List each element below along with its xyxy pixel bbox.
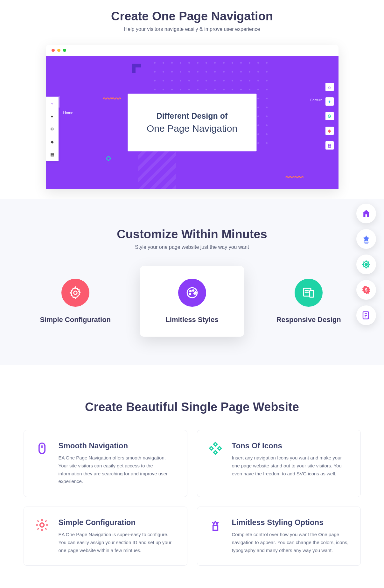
card-title: Responsive Design [263,316,354,324]
card-title: Limitless Styles [146,316,238,324]
feature-desc: EA One Page Navigation is super-easy to … [59,531,176,554]
left-nav-doc-icon[interactable]: ▦ [46,148,59,161]
feature-tons-of-icons: Tons Of Icons Insert any navigation Icon… [197,430,361,497]
right-nav-home-icon[interactable]: ⌂ [325,83,334,91]
window-minimize-icon [57,49,60,52]
left-nav-tag-icon[interactable]: ◆ [46,135,59,148]
svg-point-3 [190,290,191,292]
svg-point-0 [74,291,77,295]
zigzag-decoration: 〰〰 [286,172,304,183]
svg-text:$: $ [365,288,367,292]
card-title: Simple Configuration [30,316,121,324]
fixed-page-nav: $ [356,204,376,325]
nav-docs-button[interactable] [356,305,376,325]
card-simple-config[interactable]: Simple Configuration [24,266,128,337]
feature-desc: EA One Page Navigation offers smooth nav… [59,454,176,486]
right-nav-tooltip: Feature [311,98,323,102]
circle-decoration [106,156,111,161]
hero-text-2: One Page Navigation [147,123,237,134]
browser-body: 〰〰 〰〰 Different Design of One Page Navig… [46,56,339,189]
feature-smooth-navigation: Smooth Navigation EA One Page Navigation… [24,430,187,497]
left-nav-tooltip: Home [63,111,73,115]
section3-title: Create Beautiful Single Page Website [24,400,361,414]
right-side-nav: ⌂ ♦ ⚙ ◆ ▦ [325,83,334,150]
svg-point-15 [365,263,367,266]
nav-pricing-button[interactable]: $ [356,280,376,300]
feature-title: Limitless Styling Options [232,518,349,527]
card-limitless-styles[interactable]: Limitless Styles [140,266,244,337]
corner-decoration [132,64,141,73]
right-nav-gear-icon[interactable]: ⚙ [325,112,334,120]
feature-title: Simple Configuration [59,518,176,527]
card-responsive-design[interactable]: Responsive Design [257,266,361,337]
right-nav-doc-icon[interactable]: ▦ [325,141,334,150]
feature-title: Tons Of Icons [232,441,349,450]
feature-simple-configuration: Simple Configuration EA One Page Navigat… [24,507,187,566]
browser-mockup: 〰〰 〰〰 Different Design of One Page Navig… [46,45,339,189]
right-nav-bulb-icon[interactable]: ♦ [325,97,334,106]
gear-icon [35,518,49,532]
customize-cards: Simple Configuration Limitless Styles Re… [24,266,361,356]
mouse-icon [35,441,49,455]
gear-icon [61,279,89,307]
svg-rect-9 [39,443,45,454]
left-nav-bulb-icon[interactable]: ● [46,110,59,122]
left-side-nav: ⌂ ● ⚙ ◆ ▦ [46,97,59,161]
left-nav-gear-icon[interactable]: ⚙ [46,122,59,135]
svg-rect-13 [365,243,368,244]
hero-text-1: Different Design of [147,111,237,121]
svg-point-11 [40,523,44,527]
svg-rect-12 [364,242,369,243]
section2-title: Customize Within Minutes [24,228,361,241]
section1-subtitle: Help your visitors navigate easily & imp… [24,26,361,32]
nav-features-button[interactable] [356,229,376,249]
nav-home-button[interactable] [356,204,376,223]
feature-desc: Complete control over how you want the O… [232,531,349,554]
feature-desc: Insert any navigation Icons you want and… [232,454,349,478]
feature-limitless-styling: Limitless Styling Options Complete contr… [197,507,361,566]
hero-card: Different Design of One Page Navigation [128,94,256,151]
left-nav-home-icon[interactable]: ⌂ [46,97,59,110]
zigzag-decoration: 〰〰 [103,94,121,104]
diamonds-icon [208,441,222,455]
window-close-icon [52,49,55,52]
browser-titlebar [46,45,339,56]
right-nav-tag-icon[interactable]: ◆ [325,127,334,135]
devices-icon [295,279,323,307]
svg-point-4 [192,290,194,291]
plant-icon [208,518,222,532]
section2-subtitle: Style your one page website just the way… [24,244,361,250]
window-maximize-icon [63,49,66,52]
svg-point-2 [189,293,191,295]
section1-title: Create One Page Navigation [24,10,361,23]
feature-cards-grid: Smooth Navigation EA One Page Navigation… [24,430,361,575]
nav-settings-button[interactable] [356,255,376,274]
svg-rect-6 [310,290,314,297]
feature-title: Smooth Navigation [59,441,176,450]
palette-icon [178,279,206,307]
